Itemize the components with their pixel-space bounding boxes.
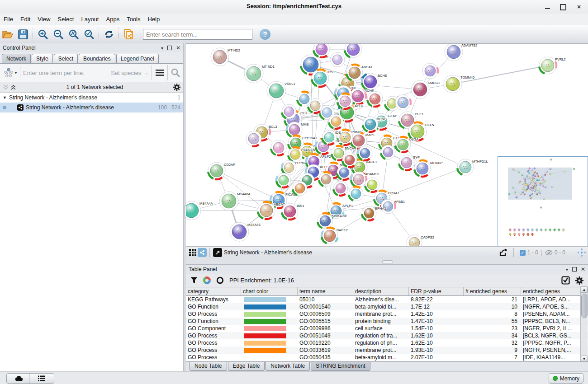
menu-help[interactable]: Help: [144, 14, 164, 23]
network-node[interactable]: [330, 52, 345, 67]
tab-node-table[interactable]: Node Table: [190, 362, 227, 371]
tab-boundaries[interactable]: Boundaries: [79, 54, 115, 63]
splitter-grip[interactable]: [382, 260, 393, 263]
column-header[interactable]: FDR p-value: [409, 287, 464, 295]
network-node[interactable]: ADAMTS2: [445, 44, 477, 61]
network-node[interactable]: [330, 178, 351, 198]
select-columns-icon[interactable]: [561, 276, 570, 285]
column-header[interactable]: description: [353, 287, 409, 295]
scroll-up-arrow[interactable]: ▲: [581, 286, 588, 293]
column-header[interactable]: # enriched genes: [464, 287, 521, 295]
zoom-fit-button[interactable]: [66, 27, 81, 42]
tab-edge-table[interactable]: Edge Table: [228, 362, 265, 371]
table-row[interactable]: KEGG Pathways05010Alzheimer's dise...8.8…: [186, 296, 588, 303]
panel-menu-icon[interactable]: ▾: [566, 267, 568, 272]
tab-network-table[interactable]: Network Table: [266, 362, 310, 371]
network-node[interactable]: VSNL1: [267, 81, 295, 100]
network-node[interactable]: MS4A4E: [230, 222, 261, 241]
scroll-down-arrow[interactable]: ▼: [581, 356, 588, 362]
cloud-tasks-button[interactable]: [6, 373, 32, 384]
string-term-input[interactable]: Enter one term per line. Set species →: [20, 70, 152, 76]
table-row[interactable]: GO ProcessGO:0051049regulation of tra...…: [186, 332, 588, 339]
pan-compass-icon[interactable]: [577, 248, 586, 257]
table-row[interactable]: GO ProcessGO:0033619membrane prot...1.93…: [186, 347, 588, 354]
grid-view-button[interactable]: [188, 249, 198, 256]
table-row[interactable]: GO FunctionGO:0001540beta-amyloid bi...1…: [186, 303, 588, 310]
zoom-in-button[interactable]: [35, 27, 51, 42]
panel-float-icon[interactable]: [167, 46, 172, 50]
open-session-button[interactable]: [0, 27, 15, 42]
export-icon[interactable]: [499, 248, 508, 257]
network-node[interactable]: MT-ND2: [211, 48, 240, 66]
tab-style[interactable]: Style: [32, 54, 53, 63]
table-scrollbar[interactable]: ▲ ▼: [580, 286, 588, 362]
panel-close-icon[interactable]: ✕: [176, 45, 180, 51]
maximize-button[interactable]: [556, 2, 570, 12]
ring-chart-icon[interactable]: [216, 276, 224, 284]
string-search-button[interactable]: [167, 65, 183, 80]
menu-tools[interactable]: Tools: [123, 14, 144, 23]
set-species-label[interactable]: Set species →: [111, 70, 149, 76]
network-node[interactable]: SMUG1: [411, 80, 440, 98]
column-header[interactable]: category: [186, 287, 241, 295]
menu-apps[interactable]: Apps: [103, 14, 123, 23]
gear-icon[interactable]: [575, 276, 583, 285]
column-header[interactable]: term name: [298, 287, 353, 295]
birdseye-toggle-button[interactable]: ↗: [213, 248, 222, 257]
network-node[interactable]: TOMM40: [444, 75, 474, 93]
birds-eye-view[interactable]: [498, 156, 588, 247]
expand-all-icon[interactable]: [10, 84, 16, 90]
pie-chart-icon[interactable]: [203, 276, 211, 284]
network-node[interactable]: CD2AP: [204, 159, 235, 183]
minimize-button[interactable]: [541, 2, 554, 12]
network-collection-row[interactable]: ▼ String Network - Alzheimer's disease 1: [0, 93, 183, 103]
panel-float-icon[interactable]: [572, 267, 577, 272]
menu-select[interactable]: Select: [54, 14, 77, 23]
network-node[interactable]: [342, 44, 364, 61]
network-node[interactable]: CADPS2: [407, 235, 434, 247]
table-row[interactable]: GO ProcessGO:0019220regulation of ph...1…: [186, 339, 588, 347]
zoom-out-button[interactable]: [51, 27, 66, 42]
string-options-button[interactable]: [152, 65, 167, 80]
menu-file[interactable]: File: [0, 14, 17, 23]
tab-network[interactable]: Network: [2, 54, 31, 63]
network-node[interactable]: MTHFD1L: [455, 157, 488, 178]
column-header[interactable]: chart color: [241, 287, 298, 295]
panel-menu-icon[interactable]: ▾: [161, 46, 163, 51]
table-row[interactable]: GO ProcessGO:0006509membrane prot...1.42…: [186, 310, 588, 318]
network-node[interactable]: ABCA7: [254, 198, 285, 223]
network-node[interactable]: MT-ND1: [244, 64, 275, 83]
zoom-selected-button[interactable]: [81, 27, 97, 42]
network-row[interactable]: String Network - Alzheimer's disease 100…: [0, 103, 183, 112]
network-node[interactable]: [268, 137, 289, 159]
save-session-button[interactable]: [15, 27, 31, 42]
network-node[interactable]: MS4A6A: [219, 192, 251, 211]
gear-icon[interactable]: [173, 84, 180, 91]
tab-legend-panel[interactable]: Legend Panel: [116, 54, 159, 63]
table-row[interactable]: GO FunctionGO:0005515protein binding1.47…: [186, 318, 588, 325]
column-header[interactable]: enriched genes: [521, 287, 588, 295]
menu-layout[interactable]: Layout: [77, 14, 102, 23]
help-button[interactable]: ?: [260, 29, 270, 40]
collapse-all-icon[interactable]: [3, 84, 9, 90]
scrollbar-thumb[interactable]: [581, 294, 588, 318]
close-button[interactable]: ×: [572, 2, 586, 12]
horizontal-splitter[interactable]: [186, 258, 588, 264]
table-row[interactable]: GO ComponentGO:0009986cell surface1.54E-…: [186, 325, 588, 332]
menu-edit[interactable]: Edit: [17, 14, 34, 23]
copy-network-button[interactable]: [121, 27, 137, 42]
tab-string-enrichment[interactable]: STRING Enrichment: [311, 362, 370, 371]
network-node[interactable]: [346, 184, 365, 203]
network-node[interactable]: [420, 61, 441, 81]
expand-arrow-icon[interactable]: ▼: [3, 95, 7, 100]
network-share-button[interactable]: [198, 248, 207, 257]
tab-select[interactable]: Select: [54, 54, 78, 63]
string-logo-button[interactable]: ▾: [0, 65, 20, 80]
task-list-button[interactable]: [29, 373, 54, 384]
network-node[interactable]: PVRL2: [536, 54, 565, 77]
network-node[interactable]: EPHA5: [359, 203, 386, 223]
table-row[interactable]: GO ProcessGO:0050435beta-amyloid m...2.0…: [186, 354, 588, 361]
refresh-button[interactable]: [101, 27, 117, 42]
filter-icon[interactable]: [190, 277, 198, 284]
panel-close-icon[interactable]: ✕: [581, 266, 585, 272]
